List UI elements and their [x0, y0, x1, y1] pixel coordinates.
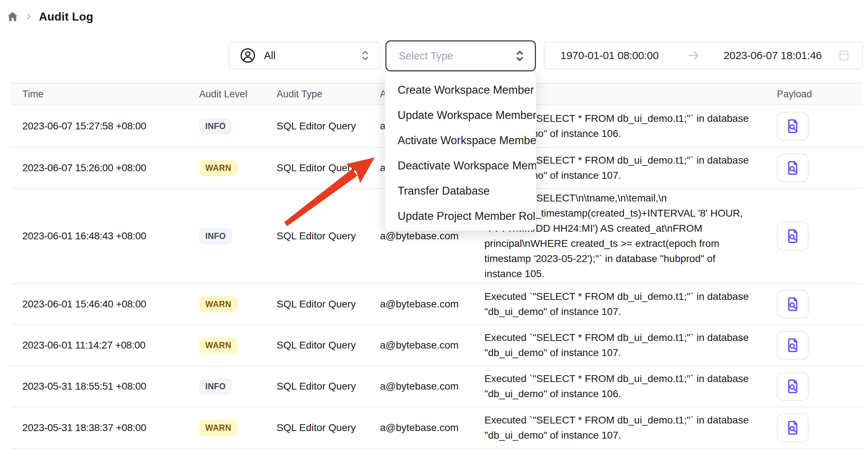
payload-button[interactable] — [777, 112, 809, 141]
time-cell: 2023-06-01 15:46:40 +08:00 — [22, 298, 199, 310]
audit-level-badge: INFO — [199, 228, 232, 244]
table-row: 2023-05-31 18:38:37 +08:00 WARN SQL Edit… — [11, 407, 863, 449]
time-cell: 2023-06-01 16:48:43 +08:00 — [22, 230, 199, 242]
file-search-icon — [784, 378, 801, 395]
comment-line: "db_ui_demo" of instance 107. — [484, 345, 777, 360]
actor-cell: a@bytebase.com — [380, 381, 484, 392]
time-cell: 2023-05-31 18:38:37 +08:00 — [22, 422, 199, 434]
audit-log-page: Audit Log All Select Type 1970- — [0, 0, 868, 457]
actor-cell: a@bytebase.com — [380, 422, 484, 434]
header-type: Audit Type — [277, 89, 380, 100]
comment-line: Executed `"SELECT * FROM db_ui_demo.t1;"… — [484, 413, 777, 428]
time-cell: 2023-06-07 15:27:58 +08:00 — [22, 120, 199, 132]
audit-level-badge: WARN — [199, 160, 237, 176]
actor-filter-value: All — [264, 50, 276, 62]
header-payload: Payload — [777, 89, 863, 100]
selector-icon — [360, 49, 371, 62]
calendar-icon — [838, 49, 850, 62]
actor-cell: a@bytebase.com — [380, 298, 484, 310]
file-search-icon — [784, 160, 801, 176]
arrow-right-icon — [687, 50, 701, 61]
chevron-right-icon — [24, 12, 33, 21]
actor-cell: a@bytebase.com — [380, 340, 484, 351]
breadcrumb: Audit Log — [6, 9, 93, 25]
payload-button[interactable] — [777, 413, 809, 442]
comment-line: "db_ui_demo" of instance 107. — [484, 304, 777, 319]
payload-button[interactable] — [777, 331, 809, 360]
file-search-icon — [784, 118, 801, 134]
home-icon[interactable] — [6, 10, 19, 23]
file-search-icon — [784, 337, 801, 354]
comment-line: timestamp '2023-05-22');"` in database "… — [484, 251, 777, 266]
payload-button[interactable] — [777, 372, 809, 401]
type-cell: SQL Editor Query — [277, 298, 380, 310]
comment-cell: Executed `"SELECT * FROM db_ui_demo.t1;"… — [484, 413, 777, 443]
table-row: 2023-06-01 11:14:27 +08:00 WARN SQL Edit… — [11, 325, 863, 366]
menu-item-create-workspace-member[interactable]: Create Workspace Member — [385, 77, 536, 103]
type-cell: SQL Editor Query — [277, 381, 380, 392]
comment-line: "db_ui_demo" of instance 106. — [484, 386, 777, 401]
date-range-start: 1970-01-01 08:00:00 — [560, 49, 659, 62]
comment-line: Executed `"SELECT * FROM db_ui_demo.t1;"… — [484, 330, 777, 345]
type-cell: SQL Editor Query — [277, 422, 380, 434]
type-cell: SQL Editor Query — [277, 162, 380, 174]
user-circle-icon — [240, 47, 256, 64]
file-search-icon — [784, 420, 801, 436]
file-search-icon — [784, 296, 801, 312]
selector-icon — [514, 49, 525, 63]
time-cell: 2023-06-07 15:26:00 +08:00 — [22, 162, 199, 174]
menu-item-update-project-member-role[interactable]: Update Project Member Role — [385, 204, 536, 229]
comment-cell: Executed `"SELECT * FROM db_ui_demo.t1;"… — [484, 289, 777, 319]
audit-level-badge: WARN — [199, 337, 237, 354]
actor-filter-select[interactable]: All — [229, 42, 381, 69]
comment-line: Executed `"SELECT * FROM db_ui_demo.t1;"… — [484, 289, 777, 304]
comment-cell: Executed `"SELECT * FROM db_ui_demo.t1;"… — [484, 330, 777, 360]
table-row: 2023-05-31 18:55:51 +08:00 INFO SQL Edit… — [11, 366, 863, 407]
audit-level-badge: INFO — [199, 378, 232, 395]
type-filter-placeholder: Select Type — [399, 50, 453, 62]
time-cell: 2023-05-31 18:55:51 +08:00 — [22, 381, 199, 392]
comment-cell: Executed `"SELECT * FROM db_ui_demo.t1;"… — [484, 371, 777, 401]
page-title: Audit Log — [39, 10, 93, 23]
audit-level-badge: INFO — [199, 118, 232, 134]
type-cell: SQL Editor Query — [277, 120, 380, 132]
menu-item-update-workspace-member[interactable]: Update Workspace Member — [385, 103, 536, 128]
comment-line: instance 105. — [484, 266, 777, 281]
comment-line: "db_ui_demo" of instance 107. — [484, 428, 777, 443]
header-level: Audit Level — [199, 89, 277, 100]
menu-item-activate-workspace-member[interactable]: Activate Workspace Member — [385, 128, 536, 153]
type-menu: Create Workspace Member Update Workspace… — [385, 72, 536, 231]
type-filter-select[interactable]: Select Type — [385, 40, 536, 71]
comment-line: Executed `"SELECT * FROM db_ui_demo.t1;"… — [484, 371, 777, 386]
date-range-picker[interactable]: 1970-01-01 08:00:00 2023-06-07 18:01:46 — [544, 42, 863, 69]
payload-button[interactable] — [777, 154, 809, 182]
actor-cell: a@bytebase.com — [380, 230, 484, 242]
date-range-end: 2023-06-07 18:01:46 — [724, 49, 822, 62]
time-cell: 2023-06-01 11:14:27 +08:00 — [22, 340, 199, 351]
type-cell: SQL Editor Query — [277, 340, 380, 351]
audit-level-badge: WARN — [199, 420, 237, 436]
file-search-icon — [784, 228, 801, 244]
menu-item-transfer-database[interactable]: Transfer Database — [385, 178, 536, 204]
audit-level-badge: WARN — [199, 296, 237, 312]
menu-item-deactivate-workspace-member[interactable]: Deactivate Workspace Member — [385, 153, 536, 178]
type-cell: SQL Editor Query — [277, 230, 380, 242]
table-row: 2023-06-01 15:46:40 +08:00 WARN SQL Edit… — [11, 284, 863, 325]
payload-button[interactable] — [777, 290, 809, 319]
header-time: Time — [22, 89, 199, 100]
payload-button[interactable] — [777, 222, 809, 250]
comment-line: principal\nWHERE created_ts >= extract(e… — [484, 236, 777, 251]
